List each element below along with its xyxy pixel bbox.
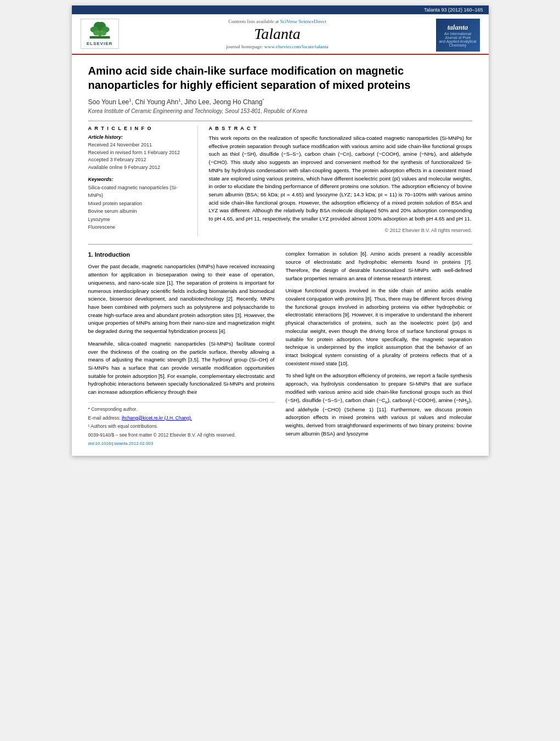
intro-para4: Unique functional groups involved in the… bbox=[286, 287, 472, 367]
info-abstract-columns: A R T I C L E I N F O Article history: R… bbox=[88, 121, 472, 236]
article-info-heading: A R T I C L E I N F O bbox=[88, 126, 191, 131]
banner-text: Talanta 93 (2012) 160–165 bbox=[424, 7, 483, 13]
footnote-equal: ¹ Authors with equal contributions. bbox=[88, 423, 275, 430]
article-history: Article history: Received 24 November 20… bbox=[88, 134, 191, 171]
intro-para5: To shed light on the adsorption efficien… bbox=[286, 372, 472, 438]
keyword-3: Bovine serum albumin bbox=[88, 207, 191, 215]
abstract-heading: A B S T R A C T bbox=[209, 126, 472, 131]
top-banner: Talanta 93 (2012) 160–165 bbox=[72, 5, 489, 14]
article-content: Amino acid side chain-like surface modif… bbox=[72, 55, 489, 456]
page: Talanta 93 (2012) 160–165 bbox=[72, 5, 489, 456]
intro-para3: complex formation in solution [6]. Amino… bbox=[286, 250, 472, 282]
keyword-2: Mixed protein separation bbox=[88, 200, 191, 207]
elsevier-logo-area: ELSEVIER bbox=[81, 19, 119, 49]
footnote-issn: 0039-9140/$ – see front matter © 2012 El… bbox=[88, 432, 275, 439]
keyword-1: Silica-coated magnetic nanoparticles (Si… bbox=[88, 184, 191, 200]
journal-header-top: ELSEVIER Contents lists available at Sci… bbox=[81, 19, 480, 52]
keywords-label: Keywords: bbox=[88, 177, 191, 182]
homepage-link[interactable]: www.elsevier.com/locate/talanta bbox=[264, 44, 329, 49]
journal-title: Talanta bbox=[125, 25, 431, 43]
svg-point-5 bbox=[93, 30, 99, 35]
authors-line: Soo Youn Lee1, Chi Young Ahn1, Jiho Lee,… bbox=[88, 98, 472, 106]
footnote-area: * Corresponding author. E-mail address: … bbox=[88, 402, 275, 447]
elsevier-wordmark: ELSEVIER bbox=[87, 41, 113, 46]
received1: Received 24 November 2011 bbox=[88, 142, 191, 149]
abstract-column: A B S T R A C T This work reports on the… bbox=[209, 126, 472, 236]
intro-para2: Meanwhile, silica-coated magnetic nanopa… bbox=[88, 340, 275, 397]
journal-center-info: Contents lists available at SciVerse Sci… bbox=[119, 19, 436, 49]
intro-title: 1. Introduction bbox=[88, 250, 275, 259]
body-columns: 1. Introduction Over the past decade, ma… bbox=[88, 250, 472, 447]
affiliation: Korea Institute of Ceramic Engineering a… bbox=[88, 108, 472, 114]
intro-para1: Over the past decade, magnetic nanoparti… bbox=[88, 263, 275, 335]
elsevier-tree-icon bbox=[86, 22, 114, 41]
footnote-corresponding: * Corresponding author. bbox=[88, 406, 275, 413]
homepage-line: journal homepage: www.elsevier.com/locat… bbox=[125, 44, 431, 49]
svg-rect-0 bbox=[89, 36, 110, 38]
keyword-4: Lysozyme bbox=[88, 216, 191, 223]
available-online: Available online 9 February 2012 bbox=[88, 164, 191, 172]
footnote-doi: doi:10.1016/j.talanta.2012.02.003 bbox=[88, 440, 275, 447]
svg-point-6 bbox=[100, 30, 106, 35]
journal-header: ELSEVIER Contents lists available at Sci… bbox=[72, 14, 489, 55]
elsevier-logo: ELSEVIER bbox=[81, 19, 119, 49]
footnote-email: E-mail address: jhchang@kicet.re.kr (J.H… bbox=[88, 415, 275, 422]
copyright-line: © 2012 Elsevier B.V. All rights reserved… bbox=[209, 228, 472, 233]
sciverse-link[interactable]: SciVerse ScienceDirect bbox=[280, 19, 326, 24]
body-right-col: complex formation in solution [6]. Amino… bbox=[286, 250, 472, 447]
body-left-col: 1. Introduction Over the past decade, ma… bbox=[88, 250, 275, 447]
history-label: Article history: bbox=[88, 134, 191, 140]
contents-line: Contents lists available at SciVerse Sci… bbox=[125, 19, 431, 24]
talanta-logo-sub: An International Journal of Pureand Appl… bbox=[438, 32, 478, 47]
article-info-column: A R T I C L E I N F O Article history: R… bbox=[88, 126, 198, 236]
footnote-email-link[interactable]: jhchang@kicet.re.kr (J.H. Chang). bbox=[122, 415, 192, 421]
keyword-5: Fluorescene bbox=[88, 223, 191, 231]
talanta-logo: talanta An International Journal of Pure… bbox=[436, 19, 480, 52]
abstract-text: This work reports on the realization of … bbox=[209, 134, 472, 223]
section-divider bbox=[88, 244, 472, 245]
article-title: Amino acid side chain-like surface modif… bbox=[88, 64, 472, 92]
talanta-logo-text: talanta bbox=[448, 23, 468, 32]
accepted: Accepted 3 February 2012 bbox=[88, 156, 191, 164]
received2: Received in revised form 1 February 2012 bbox=[88, 149, 191, 157]
keywords-group: Keywords: Silica-coated magnetic nanopar… bbox=[88, 177, 191, 231]
